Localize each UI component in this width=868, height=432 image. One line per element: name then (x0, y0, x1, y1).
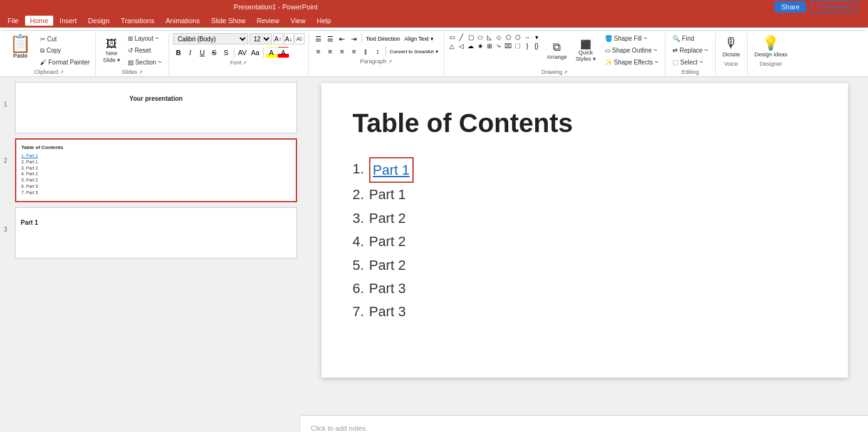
menu-transitions[interactable]: Transitions (116, 16, 159, 26)
convert-smartart-button[interactable]: Convert to SmartArt ▾ (388, 46, 440, 57)
clipboard-expand[interactable]: ↗ (60, 69, 64, 75)
quick-styles-button[interactable]: ⬛ Quick Styles ▾ (573, 38, 599, 64)
font-color-button[interactable]: A (278, 47, 289, 58)
app-title: Presentation1 - PowerPoint (234, 3, 318, 11)
font-name-select[interactable]: Calibri (Body) (173, 33, 248, 44)
shape-s2-8[interactable]: 〔〕 (514, 42, 522, 50)
shape-arrow-right[interactable]: → (523, 33, 531, 41)
paragraph-expand[interactable]: ↗ (388, 59, 392, 64)
para-divider (362, 34, 362, 44)
menu-insert[interactable]: Insert (55, 16, 82, 26)
slide-thumb-3[interactable]: Part 1 (15, 207, 297, 259)
replace-button[interactable]: ⇄ Replace ~ (669, 45, 711, 56)
shape-hexagon[interactable]: ⬡ (514, 33, 522, 41)
font-divider (234, 48, 234, 58)
menu-review[interactable]: Review (252, 16, 285, 26)
menu-animations[interactable]: Animations (160, 16, 204, 26)
notes-area[interactable]: Click to add notes (301, 415, 868, 432)
copy-button[interactable]: ⧉ Copy (37, 45, 93, 56)
slide-thumb-2[interactable]: Table of Contents 1. Part 1 2. Part 1 3.… (15, 138, 297, 202)
slides-expand[interactable]: ↗ (139, 69, 143, 75)
toc-num-5: 5. (353, 254, 364, 277)
align-text-button[interactable]: Align Text ▾ (402, 33, 435, 44)
dictate-button[interactable]: 🎙 Dictate (719, 33, 743, 59)
select-button[interactable]: ⬚ Select ~ (669, 57, 711, 68)
shape-s2-3[interactable]: ☁ (467, 42, 475, 50)
increase-indent-button[interactable]: ⇥ (348, 33, 360, 44)
shape-s2-4[interactable]: ★ (476, 42, 484, 50)
shadow-button[interactable]: S (221, 47, 232, 58)
toc-item-6: 6. Part 3 (353, 277, 817, 300)
toc-item-3: 3. Part 2 (353, 207, 817, 230)
justify-button[interactable]: ≡ (348, 46, 360, 57)
format-painter-icon: 🖌 (40, 59, 46, 66)
slide-canvas[interactable]: Table of Contents 1. Part 1 2. Part 1 3.… (322, 83, 848, 378)
shape-pentagon[interactable]: ⬠ (505, 33, 513, 41)
copy-label: Copy (46, 47, 61, 54)
text-direction-button[interactable]: Text Direction (364, 33, 402, 44)
case-button[interactable]: Aa (249, 47, 261, 58)
font-expand[interactable]: ↗ (243, 60, 247, 66)
shape-diamond[interactable]: ◇ (495, 33, 503, 41)
shape-effects-button[interactable]: ✨ Shape Effects ~ (602, 57, 662, 68)
arrange-button[interactable]: ⧉ Arrange (544, 39, 570, 62)
shape-s2-5[interactable]: ⊞ (486, 42, 494, 50)
section-icon: ▤ (128, 59, 133, 66)
decrease-indent-button[interactable]: ⇤ (337, 33, 348, 44)
shape-right-triangle[interactable]: ◺ (486, 33, 494, 41)
menu-help[interactable]: Help (311, 16, 336, 26)
char-spacing-button[interactable]: AV (236, 47, 249, 58)
shape-s2-2[interactable]: ◁ (458, 42, 466, 50)
shape-s2-1[interactable]: △ (448, 42, 456, 50)
new-slide-button[interactable]: 🖼 New Slide ▾ (100, 36, 123, 65)
line-spacing-button[interactable]: ↕ (372, 46, 384, 57)
shape-rounded-rect[interactable]: ▢ (467, 33, 475, 41)
shape-s2-10[interactable]: {} (533, 42, 541, 50)
shape-s2-9[interactable]: } (523, 42, 531, 50)
cut-button[interactable]: ✂ Cut (37, 34, 93, 44)
shape-more[interactable]: ▾ (533, 33, 541, 41)
menu-file[interactable]: File (3, 16, 24, 26)
clear-format-button[interactable]: A⃝ (295, 33, 305, 44)
align-center-button[interactable]: ≡ (325, 46, 336, 57)
bold-button[interactable]: B (173, 47, 184, 58)
layout-button[interactable]: ⊞ Layout ~ (125, 33, 165, 44)
font-size-select[interactable]: 12 (249, 33, 272, 44)
menu-slideshow[interactable]: Slide Show (206, 16, 251, 26)
numbering-button[interactable]: ☰ (325, 33, 336, 44)
toc-link-1[interactable]: Part 1 (369, 157, 414, 183)
shape-outline-button[interactable]: ▭ Shape Outline ~ (602, 45, 662, 56)
drawing-expand[interactable]: ↗ (563, 69, 568, 75)
design-ideas-button[interactable]: 💡 Design Ideas (751, 33, 791, 59)
share-button[interactable]: Share (775, 1, 805, 13)
comments-button[interactable]: Comments (811, 1, 858, 13)
section-button[interactable]: ▤ Section ~ (125, 57, 165, 68)
text-highlight-button[interactable]: A (266, 47, 277, 58)
menu-home[interactable]: Home (25, 16, 53, 26)
dictate-icon: 🎙 (724, 35, 738, 51)
align-right-button[interactable]: ≡ (337, 46, 348, 57)
italic-button[interactable]: I (185, 47, 196, 58)
slide-number-2: 2 (4, 157, 11, 164)
shape-fill-button[interactable]: 🪣 Shape Fill ~ (602, 33, 662, 44)
columns-button[interactable]: ⫿ (360, 46, 372, 57)
toc-num-7: 7. (353, 300, 364, 323)
find-button[interactable]: 🔍 Find (669, 33, 711, 44)
menu-design[interactable]: Design (83, 16, 115, 26)
shape-rect[interactable]: ▭ (448, 33, 456, 41)
strikethrough-button[interactable]: S (209, 47, 220, 58)
underline-button[interactable]: U (197, 47, 208, 58)
reset-button[interactable]: ↺ Reset (125, 45, 165, 56)
shape-oval[interactable]: ⬭ (476, 33, 484, 41)
decrease-font-button[interactable]: A↓ (284, 33, 294, 44)
slide-thumb-1[interactable]: Your presentation (15, 82, 297, 133)
shape-s2-6[interactable]: ⤷ (495, 42, 503, 50)
paste-button[interactable]: 📋 Paste (5, 33, 36, 68)
format-painter-button[interactable]: 🖌 Format Painter (37, 57, 93, 68)
increase-font-button[interactable]: A↑ (273, 33, 283, 44)
bullets-button[interactable]: ☰ (313, 33, 324, 44)
slide-2-toc: 1. Part 1 2. Part 1 3. Part 2 4. Part 2 … (21, 153, 291, 196)
align-left-button[interactable]: ≡ (313, 46, 324, 57)
menu-view[interactable]: View (286, 16, 311, 26)
shape-line[interactable]: ╱ (458, 33, 466, 41)
